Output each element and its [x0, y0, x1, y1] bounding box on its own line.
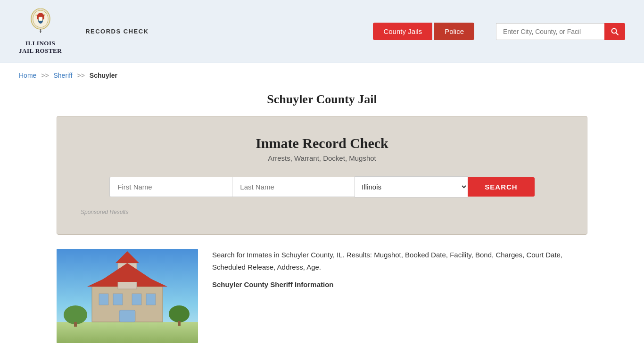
breadcrumb: Home >> Sheriff >> Schuyler	[0, 63, 644, 88]
record-check-title: Inmate Record Check	[81, 135, 563, 151]
breadcrumb-sheriff[interactable]: Sheriff	[54, 72, 73, 79]
sponsored-label: Sponsored Results	[81, 209, 563, 215]
svg-rect-21	[99, 294, 108, 305]
illinois-logo-icon: ★ ★	[28, 8, 53, 38]
county-jails-button[interactable]: County Jails	[373, 23, 432, 40]
record-check-box: Inmate Record Check Arrests, Warrant, Do…	[57, 116, 587, 235]
first-name-input[interactable]	[109, 177, 232, 197]
svg-line-11	[616, 33, 619, 35]
last-name-input[interactable]	[232, 177, 355, 197]
page-title: Schuyler County Jail	[19, 92, 625, 107]
svg-text:★: ★	[35, 14, 37, 16]
svg-rect-24	[146, 294, 156, 305]
nav-records-check: RECORDS CHECK	[85, 28, 149, 35]
svg-line-20	[127, 276, 130, 278]
description-section: Search for Inmates in Schuyler County, I…	[212, 249, 587, 343]
site-header: ★ ★ ILLINOISJAIL ROSTER RECORDS CHECK Co…	[0, 0, 644, 63]
state-select[interactable]: AlabamaAlaskaArizonaArkansasCaliforniaCo…	[355, 176, 468, 197]
seal-svg: ★ ★	[28, 8, 53, 34]
svg-rect-7	[39, 17, 42, 21]
header-search	[496, 23, 625, 40]
main-nav: County Jails Police	[373, 23, 474, 40]
breadcrumb-sep1: >>	[41, 72, 49, 79]
sheriff-info-title: Schuyler County Sheriff Information	[212, 279, 587, 291]
inmate-search-form: AlabamaAlaskaArizonaArkansasCaliforniaCo…	[81, 176, 563, 197]
svg-rect-25	[119, 310, 135, 322]
svg-rect-23	[132, 294, 141, 305]
svg-rect-22	[113, 294, 123, 305]
header-search-button[interactable]	[604, 23, 625, 40]
breadcrumb-sep2: >>	[77, 72, 85, 79]
bottom-content: Search for Inmates in Schuyler County, I…	[0, 249, 644, 357]
site-logo[interactable]: ★ ★ ILLINOISJAIL ROSTER	[19, 8, 62, 54]
svg-rect-13	[57, 322, 198, 343]
search-button[interactable]: SEARCH	[468, 177, 534, 197]
svg-rect-16	[118, 263, 137, 289]
search-icon	[611, 28, 619, 35]
police-button[interactable]: Police	[434, 23, 474, 40]
breadcrumb-current: Schuyler	[90, 72, 117, 79]
building-image	[57, 249, 198, 343]
header-search-input[interactable]	[496, 23, 604, 40]
description-paragraph: Search for Inmates in Schuyler County, I…	[212, 249, 587, 273]
logo-text: ILLINOISJAIL ROSTER	[19, 40, 62, 54]
breadcrumb-home[interactable]: Home	[19, 72, 36, 79]
record-check-subtitle: Arrests, Warrant, Docket, Mugshot	[81, 154, 563, 162]
svg-text:★: ★	[43, 14, 46, 16]
svg-point-28	[169, 305, 190, 322]
svg-rect-29	[178, 321, 181, 326]
svg-rect-27	[74, 322, 77, 327]
svg-point-18	[123, 272, 132, 281]
building-illustration	[57, 249, 198, 343]
svg-point-26	[64, 305, 87, 324]
page-title-section: Schuyler County Jail	[0, 88, 644, 116]
